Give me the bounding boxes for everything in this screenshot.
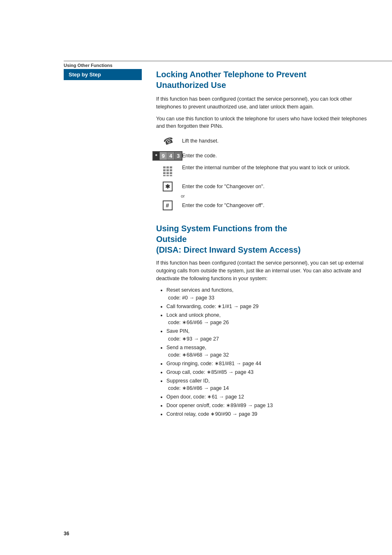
section2-para1: If this function has been configured (co…	[156, 259, 367, 282]
step1-text: Lift the handset.	[182, 137, 219, 145]
step3-row: Enter the internal number of the telepho…	[156, 164, 367, 179]
svg-rect-9	[170, 172, 172, 174]
section-header: Using Other Functions	[64, 61, 392, 68]
or-label: or	[181, 193, 367, 198]
code-d2: 4	[167, 152, 174, 160]
section2-title-block: Using System Functions from the Outside …	[156, 223, 367, 255]
svg-rect-8	[166, 172, 169, 174]
bullet-item-2: Lock and unlock phone, code: ∗66/#66 → p…	[166, 311, 367, 327]
bullet-4-text: Send a message,	[166, 345, 206, 350]
bullet-item-5: Group ringing, code: ∗81/#81 → page 44	[166, 360, 367, 368]
section2-title: Using System Functions from the Outside …	[156, 223, 367, 255]
svg-rect-3	[170, 166, 172, 168]
bullet-5-text: Group ringing, code: ∗81/#81 → page 44	[166, 361, 261, 366]
page-number: 36	[64, 531, 69, 537]
bullet-2-sub: code: ∗66/#66 → page 26	[168, 320, 229, 325]
bullet-item-3: Save PIN, code: ∗93 → page 27	[166, 327, 367, 343]
bullet-3-sub: code: ∗93 → page 27	[168, 336, 219, 342]
code-star: *	[153, 152, 159, 160]
bullet-item-0: Reset services and functions, code: #0 →…	[166, 286, 367, 302]
section2-title-line1: Using System Functions from the	[156, 224, 287, 233]
svg-rect-6	[170, 169, 172, 171]
section-header-text: Using Other Functions	[64, 63, 113, 68]
bullet-10-text: Control relay, code ∗90/#90 → page 39	[166, 411, 257, 417]
bullet-item-9: Door opener on/off, code: ∗89/#89 → page…	[166, 402, 367, 410]
bullet-0-sub: code: #0 → page 33	[168, 295, 214, 301]
svg-rect-12	[170, 175, 172, 176]
main-content: Locking Another Telephone to Prevent Una…	[156, 69, 367, 421]
section1-title-line2: Unauthorized Use	[156, 81, 226, 90]
svg-rect-5	[166, 169, 169, 171]
bullet-6-text: Group call, code: ∗85/#85 → page 43	[166, 369, 254, 375]
code-badge: * 9 4 3	[152, 151, 183, 161]
svg-rect-4	[163, 169, 166, 171]
svg-text:☎: ☎	[162, 135, 173, 147]
bullet-9-text: Door opener on/off, code: ∗89/#89 → page…	[166, 403, 273, 408]
bullet-4-sub: code: ∗68/#68 → page 32	[168, 352, 229, 358]
code-d3: 3	[174, 152, 182, 160]
svg-rect-1	[163, 166, 166, 168]
step5-text: Enter the code for "Changeover off".	[182, 202, 264, 210]
hash-off-icon: #	[163, 200, 173, 210]
bullet-item-7: Suppress caller ID, code: ∗86/#86 → page…	[166, 377, 367, 393]
star-on-icon: ✱	[163, 182, 173, 191]
bullet-item-1: Call forwarding, code: ∗1/#1 → page 29	[166, 303, 367, 311]
bullet-7-text: Suppress caller ID,	[166, 378, 210, 384]
bullet-0-text: Reset services and functions,	[166, 287, 233, 293]
step4-row: ✱ Enter the code for "Changeover on".	[156, 180, 367, 193]
svg-rect-2	[166, 166, 169, 168]
section2-title-line2: Outside	[156, 235, 187, 244]
bullet-3-text: Save PIN,	[166, 328, 189, 334]
step-by-step-box: Step by Step	[64, 69, 142, 80]
steps-text-area: ☎ Lift the handset. * 9 4 3 Enter the co…	[156, 134, 367, 212]
bullet-7-sub: code: ∗86/#86 → page 14	[168, 385, 229, 391]
section1-title-line1: Locking Another Telephone to Prevent	[156, 70, 307, 79]
bullet-item-10: Control relay, code ∗90/#90 → page 39	[166, 410, 367, 418]
section2-title-line3: (DISA: Direct Inward System Access)	[156, 245, 301, 254]
bullet-8-text: Open door, code: ∗61 → page 12	[166, 394, 244, 400]
step-by-step-label: Step by Step	[69, 71, 101, 78]
page-container: Using Other Functions Step by Step Locki…	[0, 0, 392, 555]
step3-text: Enter the internal number of the telepho…	[182, 164, 350, 172]
svg-rect-11	[166, 175, 169, 176]
section2-bullet-list: Reset services and functions, code: #0 →…	[160, 286, 367, 418]
step5-row: # Enter the code for "Changeover off".	[156, 199, 367, 212]
section1-para2: You can use this function to unlock the …	[156, 115, 367, 131]
svg-rect-7	[163, 172, 166, 174]
code-d1: 9	[159, 152, 167, 160]
section1-title: Locking Another Telephone to Prevent Una…	[156, 69, 367, 90]
keypad-icon	[162, 166, 173, 176]
bullet-1-text: Call forwarding, code: ∗1/#1 → page 29	[166, 304, 258, 309]
bullet-2-text: Lock and unlock phone,	[166, 312, 221, 318]
step2-text: Enter the code.	[182, 152, 217, 160]
step2-row: * 9 4 3 Enter the code.	[156, 149, 367, 162]
step4-text: Enter the code for "Changeover on".	[182, 183, 265, 191]
bullet-item-6: Group call, code: ∗85/#85 → page 43	[166, 368, 367, 376]
bullet-item-4: Send a message, code: ∗68/#68 → page 32	[166, 344, 367, 359]
bullet-item-8: Open door, code: ∗61 → page 12	[166, 393, 367, 401]
svg-rect-10	[163, 175, 166, 176]
handset-icon: ☎	[162, 135, 173, 147]
section1-para1: If this function has been configured (co…	[156, 95, 367, 111]
step1-row: ☎ Lift the handset.	[156, 134, 367, 147]
